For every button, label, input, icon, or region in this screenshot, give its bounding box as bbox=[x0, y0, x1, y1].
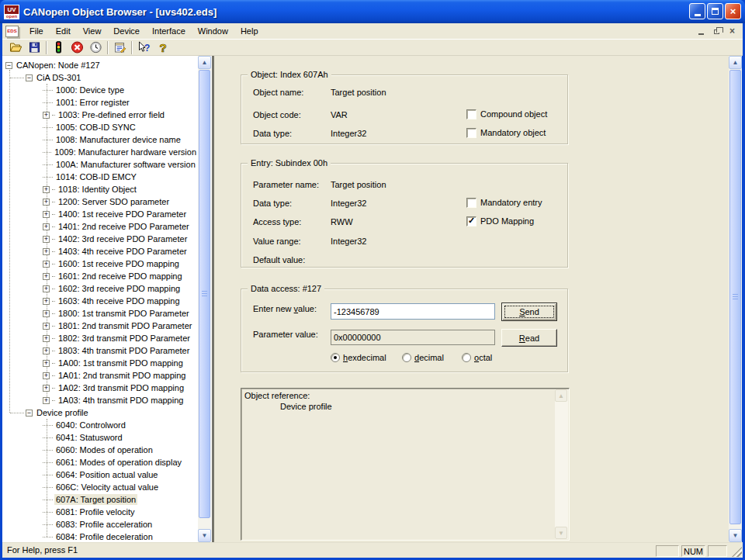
tree-item-label[interactable]: 1602: 3rd receive PDO mapping bbox=[57, 283, 182, 294]
tree-item[interactable]: +1400: 1st receive PDO Parameter bbox=[2, 208, 198, 220]
expand-icon[interactable]: + bbox=[43, 372, 50, 379]
tree-item-label[interactable]: 1601: 2nd receive PDO mapping bbox=[57, 271, 184, 282]
app-icon[interactable]: UV open bbox=[4, 5, 19, 19]
tree-item[interactable]: 1008: Manufacturer device name bbox=[2, 133, 198, 146]
tree-item-label[interactable]: 1A02: 3rd transmit PDO mapping bbox=[57, 382, 185, 393]
parameter-value-field[interactable] bbox=[331, 330, 495, 345]
expand-icon[interactable]: + bbox=[43, 347, 50, 354]
tree-item[interactable]: 1000: Device type bbox=[2, 84, 198, 96]
open-file-button[interactable] bbox=[6, 40, 25, 55]
tree-item[interactable]: 1001: Error register bbox=[2, 96, 198, 109]
expand-icon[interactable]: + bbox=[43, 323, 50, 330]
tree-item-label[interactable]: 1603: 4th receive PDO mapping bbox=[57, 296, 182, 306]
tree-item-label[interactable]: 1803: 4th transmit PDO Parameter bbox=[57, 345, 191, 356]
mandatory-object-checkbox[interactable]: ✓ bbox=[466, 128, 476, 138]
decimal-radio[interactable]: decimal bbox=[402, 352, 444, 363]
expand-icon[interactable]: + bbox=[43, 273, 50, 280]
mandatory-entry-checkbox[interactable]: ✓ bbox=[466, 198, 476, 208]
tree-item[interactable]: +1603: 4th receive PDO mapping bbox=[2, 295, 198, 307]
tree-item-label[interactable]: 6060: Modes of operation bbox=[54, 444, 154, 455]
tree-item-label[interactable]: 607A: Target position bbox=[54, 494, 137, 505]
tree-item[interactable]: +1018: Identity Object bbox=[2, 183, 198, 195]
object-reference-scrollbar[interactable]: ▲ ▼ bbox=[555, 389, 568, 539]
tree-item-label[interactable]: 1402: 3rd receive PDO Parameter bbox=[57, 233, 189, 244]
traffic-light-button[interactable] bbox=[49, 40, 68, 55]
tree-item[interactable]: 6040: Controlword bbox=[2, 419, 198, 431]
tree-item-label[interactable]: 1403: 4th receive PDO Parameter bbox=[57, 246, 189, 257]
minimize-button[interactable] bbox=[689, 3, 705, 19]
tree-item-label[interactable]: 1401: 2nd receive PDO Parameter bbox=[57, 221, 191, 232]
tree-item[interactable]: 607A: Target position bbox=[2, 493, 198, 506]
tree-item[interactable]: 6061: Modes of operation display bbox=[2, 456, 198, 468]
expand-icon[interactable]: + bbox=[43, 248, 50, 255]
menu-item-edit[interactable]: Edit bbox=[50, 24, 77, 38]
expand-icon[interactable]: + bbox=[43, 112, 50, 119]
scrollbar-thumb[interactable] bbox=[729, 70, 741, 524]
octal-radio[interactable]: octal bbox=[462, 352, 492, 363]
expand-icon[interactable]: + bbox=[43, 211, 50, 218]
tree-item[interactable]: +1403: 4th receive PDO Parameter bbox=[2, 245, 198, 258]
tree-item-label[interactable]: 1A01: 2nd transmit PDO mapping bbox=[57, 370, 187, 381]
object-reference-item[interactable]: Device profile bbox=[280, 402, 332, 411]
tree-item-label[interactable]: 606C: Velocity actual value bbox=[54, 482, 160, 493]
document-icon[interactable]: EDS bbox=[5, 26, 19, 37]
tree-item-label[interactable]: 6064: Position actual value bbox=[54, 469, 159, 480]
close-button[interactable]: × bbox=[725, 3, 741, 19]
tree-item-label[interactable]: 6040: Controlword bbox=[54, 420, 127, 430]
expand-icon[interactable]: + bbox=[43, 385, 50, 392]
expand-icon[interactable]: + bbox=[43, 310, 50, 317]
tree-item-label[interactable]: 1018: Identity Object bbox=[57, 184, 138, 195]
tree-item[interactable]: 1005: COB-ID SYNC bbox=[2, 121, 198, 133]
scrollbar-thumb[interactable] bbox=[199, 70, 210, 518]
tree-item[interactable]: +1402: 3rd receive PDO Parameter bbox=[2, 233, 198, 245]
expand-icon[interactable]: + bbox=[43, 285, 50, 292]
collapse-icon[interactable]: − bbox=[26, 410, 33, 417]
tree-item[interactable]: 6081: Profile velocity bbox=[2, 506, 198, 518]
tree-item[interactable]: +1003: Pre-defined error field bbox=[2, 109, 198, 121]
tree-item[interactable]: +1A03: 4th transmit PDO mapping bbox=[2, 394, 198, 406]
mdi-close-button[interactable]: × bbox=[726, 26, 738, 36]
tree-item-label[interactable]: CANopen: Node #127 bbox=[15, 60, 102, 71]
expand-icon[interactable]: + bbox=[43, 360, 50, 367]
tree-item[interactable]: −CANopen: Node #127 bbox=[2, 59, 198, 71]
tree-item[interactable]: 6060: Modes of operation bbox=[2, 444, 198, 456]
tree-item[interactable]: 1014: COB-ID EMCY bbox=[2, 171, 198, 183]
context-help-button[interactable]: ? bbox=[134, 40, 153, 55]
collapse-icon[interactable]: − bbox=[5, 62, 12, 69]
compound-object-checkbox[interactable]: ✓ bbox=[466, 109, 476, 119]
tree-item[interactable]: +1803: 4th transmit PDO Parameter bbox=[2, 344, 198, 357]
tree-item[interactable]: +1602: 3rd receive PDO mapping bbox=[2, 282, 198, 295]
tree-item-label[interactable]: 1400: 1st receive PDO Parameter bbox=[57, 209, 188, 220]
expand-icon[interactable]: + bbox=[43, 397, 50, 404]
tree-item[interactable]: −Device profile bbox=[2, 406, 198, 419]
scroll-down-button[interactable]: ▼ bbox=[729, 529, 742, 542]
tree-scrollbar[interactable]: ▲ ▼ bbox=[198, 56, 211, 542]
read-button[interactable]: Read bbox=[501, 329, 557, 347]
mdi-restore-button[interactable] bbox=[711, 26, 722, 36]
resize-grip[interactable] bbox=[732, 547, 742, 557]
tree-item-label[interactable]: 1008: Manufacturer device name bbox=[54, 134, 182, 145]
pdo-mapping-checkbox[interactable]: ✓ bbox=[466, 216, 476, 226]
help-button[interactable]: ? bbox=[153, 40, 172, 55]
mdi-minimize-button[interactable] bbox=[695, 26, 707, 36]
tree-item-label[interactable]: 1A00: 1st transmit PDO mapping bbox=[57, 358, 185, 368]
menu-item-window[interactable]: Window bbox=[192, 24, 234, 38]
tree-item[interactable]: +1401: 2nd receive PDO Parameter bbox=[2, 220, 198, 233]
expand-icon[interactable]: + bbox=[43, 236, 50, 243]
tree-item-label[interactable]: 1000: Device type bbox=[54, 85, 126, 95]
tree-item[interactable]: +1A01: 2nd transmit PDO mapping bbox=[2, 369, 198, 382]
scroll-up-button[interactable]: ▲ bbox=[555, 389, 567, 402]
tree-item-label[interactable]: 100A: Manufacturer software version bbox=[54, 159, 197, 170]
tree-item[interactable]: 100A: Manufacturer software version bbox=[2, 158, 198, 171]
tree-item-label[interactable]: 1001: Error register bbox=[54, 97, 131, 108]
properties-button[interactable] bbox=[110, 40, 129, 55]
tree-item[interactable]: +1600: 1st receive PDO mapping bbox=[2, 258, 198, 270]
tree-item[interactable]: 6084: Profile deceleration bbox=[2, 531, 198, 542]
tree-item-label[interactable]: 6084: Profile deceleration bbox=[54, 531, 154, 542]
menu-item-device[interactable]: Device bbox=[107, 24, 146, 38]
tree-item-label[interactable]: 1A03: 4th transmit PDO mapping bbox=[57, 395, 185, 406]
tree-item-label[interactable]: 1005: COB-ID SYNC bbox=[54, 122, 137, 133]
tree-item[interactable]: 6083: Profile acceleration bbox=[2, 518, 198, 531]
tree-item[interactable]: +1A00: 1st transmit PDO mapping bbox=[2, 357, 198, 369]
tree-item-label[interactable]: 1003: Pre-defined error field bbox=[57, 109, 166, 120]
